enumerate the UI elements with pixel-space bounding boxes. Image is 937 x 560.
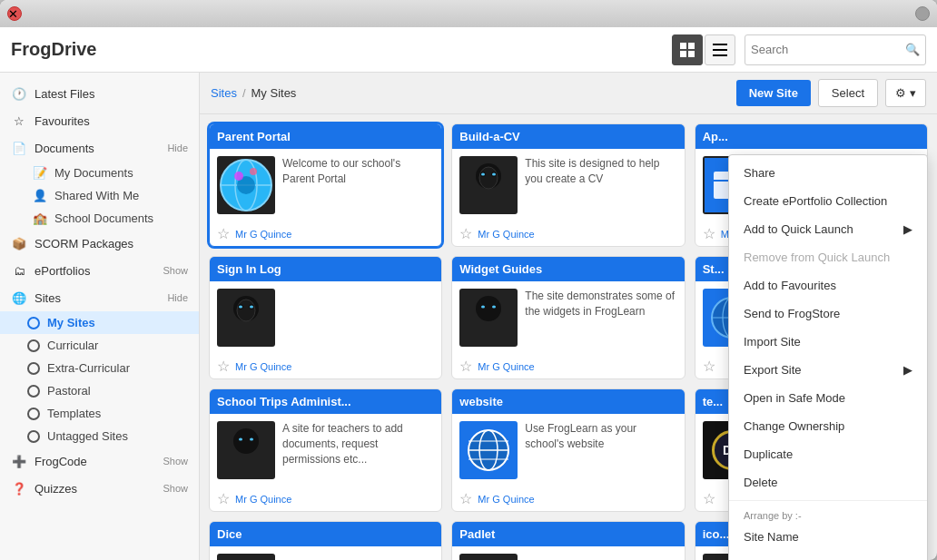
context-menu-item-change-ownership[interactable]: Change Ownership <box>729 412 927 440</box>
favourite-icon[interactable] <box>217 490 230 507</box>
context-menu-item-send-frogstore[interactable]: Send to FrogStore <box>729 300 927 328</box>
search-icon[interactable]: 🔍 <box>905 43 920 56</box>
select-button[interactable]: Select <box>818 79 878 107</box>
context-menu-item-site-name[interactable]: Site Name <box>729 523 927 551</box>
context-menu-item-export-site[interactable]: Export Site ▶ <box>729 356 927 384</box>
site-card-footer: Mr G Quince <box>210 221 441 246</box>
sidebar-item-label: Untagged Sites <box>47 429 128 443</box>
eportfolios-show-action[interactable]: Show <box>163 265 188 276</box>
app-window: ✕ FrogDrive 🔍 <box>0 0 937 560</box>
site-card-thumbnail <box>459 554 518 560</box>
list-view-button[interactable] <box>705 34 735 65</box>
context-menu-item-delete[interactable]: Delete <box>729 468 927 496</box>
context-menu-item-add-favourites[interactable]: Add to Favourites <box>729 271 927 300</box>
sidebar-item-extra-curricular[interactable]: Extra-Curricular <box>0 357 199 379</box>
globe-icon <box>27 430 40 443</box>
site-card-parent-portal[interactable]: Parent Portal Welcome to our school's Pa… <box>209 123 442 247</box>
site-card-build-a-cv[interactable]: Build-a-CV This site is designed to help… <box>451 123 685 247</box>
remove-quick-launch-label: Remove from Quick Launch <box>744 251 890 264</box>
sidebar-item-my-documents[interactable]: 📝 My Documents <box>0 162 199 184</box>
favourite-icon[interactable] <box>703 225 715 242</box>
favourite-icon[interactable] <box>459 490 472 507</box>
sidebar-item-frogcode[interactable]: ➕ FrogCode Show <box>0 447 199 475</box>
sidebar-item-label: Sites <box>35 291 160 305</box>
sidebar-item-quizzes[interactable]: ❓ Quizzes Show <box>0 475 199 502</box>
main-area: 🕐 Latest Files ☆ Favourites 📄 Documents … <box>0 73 937 560</box>
grid-view-button[interactable] <box>672 34 703 65</box>
svg-rect-5 <box>713 49 727 51</box>
arrow-icon: ▶ <box>903 222 912 236</box>
site-card-description: Welcome to our school's Parent Portal <box>282 156 434 187</box>
documents-hide-action[interactable]: Hide <box>167 142 188 153</box>
context-menu-item-import-site[interactable]: Import Site <box>729 328 927 356</box>
site-card-info <box>282 289 434 347</box>
breadcrumb-current: My Sites <box>252 86 297 100</box>
favourite-icon[interactable] <box>703 358 715 375</box>
favourite-icon[interactable] <box>217 225 230 242</box>
site-card-dice[interactable]: Dice Mr G Quince <box>209 521 442 560</box>
sidebar-item-favourites[interactable]: ☆ Favourites <box>0 107 199 134</box>
sidebar-item-documents[interactable]: 📄 Documents Hide <box>0 134 199 162</box>
sidebar-item-shared-with-me[interactable]: 👤 Shared With Me <box>0 184 199 207</box>
context-menu-item-share[interactable]: Share <box>729 159 927 187</box>
open-safe-mode-label: Open in Safe Mode <box>744 391 845 405</box>
settings-button[interactable]: ⚙ ▾ <box>885 79 926 107</box>
share-icon: 👤 <box>33 189 47 202</box>
arrow-icon: ▶ <box>903 363 912 377</box>
sidebar-item-templates[interactable]: Templates <box>0 402 199 425</box>
new-site-button[interactable]: New Site <box>736 80 811 106</box>
sidebar-item-my-sites[interactable]: My Sites <box>0 311 199 334</box>
context-menu-item-create-eportfolio[interactable]: Create ePortfolio Collection <box>729 187 927 215</box>
sidebar-item-label: Quizzes <box>35 482 155 496</box>
svg-point-33 <box>492 306 496 309</box>
close-icon[interactable]: ✕ <box>7 6 22 21</box>
app-title: FrogDrive <box>11 39 663 60</box>
quiz-icon: ❓ <box>11 480 27 496</box>
sites-icon: 🌐 <box>11 290 27 306</box>
sidebar-item-eportfolios[interactable]: 🗂 ePortfolios Show <box>0 257 199 284</box>
sidebar-item-curricular[interactable]: Curricular <box>0 334 199 357</box>
search-input[interactable] <box>751 43 905 56</box>
context-menu-item-open-safe-mode[interactable]: Open in Safe Mode <box>729 384 927 412</box>
site-card-padlet[interactable]: Padlet Mr G Quince <box>451 521 685 560</box>
resize-icon[interactable] <box>915 6 930 21</box>
site-card-info <box>525 554 676 560</box>
context-menu-item-date[interactable]: Date ✓ <box>729 551 927 560</box>
site-card-footer: Mr G Quince <box>210 354 441 378</box>
site-card-website[interactable]: website Use FrogLearn as your school's w… <box>451 388 685 512</box>
sidebar-item-scorm-packages[interactable]: 📦 SCORM Packages <box>0 230 199 257</box>
breadcrumb-root-link[interactable]: Sites <box>211 86 237 100</box>
sidebar-item-sites[interactable]: 🌐 Sites Hide <box>0 284 199 311</box>
favourite-icon[interactable] <box>217 358 230 375</box>
site-card-author: Mr G Quince <box>235 494 291 505</box>
view-toggle <box>672 34 735 65</box>
frogcode-show-action[interactable]: Show <box>163 456 188 467</box>
svg-point-29 <box>250 306 253 309</box>
school-icon: 🏫 <box>33 211 47 225</box>
quizzes-show-action[interactable]: Show <box>163 483 188 494</box>
sidebar-item-label: Latest Files <box>35 87 188 101</box>
site-card-sign-in-log[interactable]: Sign In Log Mr G Quince <box>209 256 442 379</box>
sidebar-item-pastoral[interactable]: Pastoral <box>0 379 199 402</box>
portfolio-icon: 🗂 <box>11 262 27 279</box>
sidebar-item-latest-files[interactable]: 🕐 Latest Files <box>0 80 199 107</box>
context-menu-item-duplicate[interactable]: Duplicate <box>729 440 927 468</box>
svg-point-12 <box>250 168 257 175</box>
context-menu-divider <box>729 500 927 501</box>
favourite-icon[interactable] <box>459 225 472 242</box>
sidebar-item-untagged-sites[interactable]: Untagged Sites <box>0 425 199 447</box>
context-menu-item-add-quick-launch[interactable]: Add to Quick Launch ▶ <box>729 215 927 243</box>
favourite-icon[interactable] <box>703 490 715 507</box>
svg-point-39 <box>239 438 242 441</box>
site-card-widget-guides[interactable]: Widget Guides The site demonstrates some… <box>451 256 685 379</box>
site-card-author: Mr G Quince <box>235 229 291 240</box>
sidebar-item-school-documents[interactable]: 🏫 School Documents <box>0 207 199 230</box>
star-icon: ☆ <box>11 113 27 129</box>
site-card-header: Sign In Log <box>210 257 441 281</box>
sidebar-item-label: My Sites <box>47 316 95 329</box>
sites-hide-action[interactable]: Hide <box>167 292 188 303</box>
site-card-body <box>210 546 441 560</box>
site-card-school-trips[interactable]: School Trips Administ... A site for teac… <box>209 388 442 512</box>
favourite-icon[interactable] <box>459 358 472 375</box>
sidebar-item-label: School Documents <box>54 211 153 225</box>
